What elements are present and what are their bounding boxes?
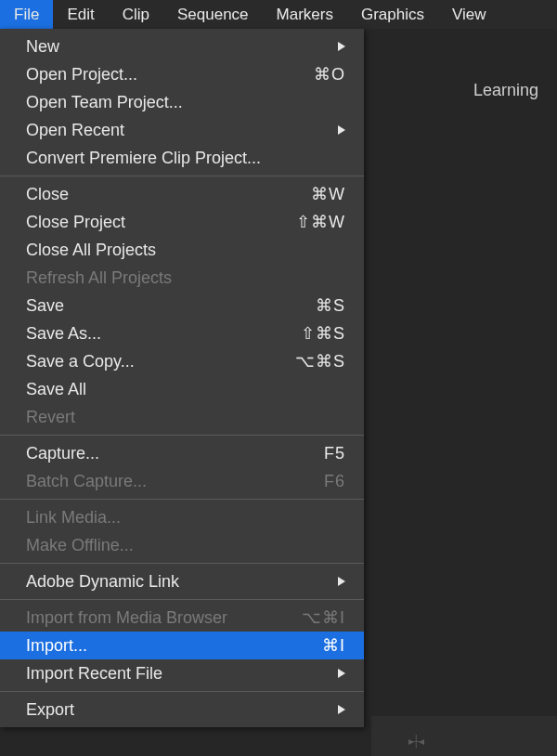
menu-item-make-offline: Make Offline... (0, 531, 364, 559)
playhead-icon: ▸┼◂ (408, 735, 422, 748)
menu-shortcut: ⇧⌘W (296, 212, 345, 232)
menubar-item-view[interactable]: View (438, 0, 500, 29)
menu-shortcut: ⌘I (322, 635, 345, 656)
menu-item-label: Close Project (26, 213, 296, 232)
chevron-right-icon (338, 577, 345, 586)
menu-item-label: Capture... (26, 444, 324, 463)
menu-item-label: New (26, 37, 338, 57)
menu-item-label: Import Recent File (26, 664, 338, 684)
menu-shortcut: F5 (324, 444, 345, 463)
menu-group: Link Media... Make Offline... (0, 500, 364, 564)
menubar: File Edit Clip Sequence Markers Graphics… (0, 0, 557, 29)
menu-item-import-recent-file[interactable]: Import Recent File (0, 659, 364, 687)
menu-item-label: Save All (26, 380, 345, 399)
menu-group: Adobe Dynamic Link (0, 564, 364, 600)
menu-item-label: Save (26, 296, 316, 316)
menu-item-save-all[interactable]: Save All (0, 375, 364, 403)
menu-item-label: Export (26, 700, 338, 720)
menu-item-capture[interactable]: Capture... F5 (0, 439, 364, 467)
menu-item-label: Open Recent (26, 121, 338, 140)
menu-group: Close ⌘W Close Project ⇧⌘W Close All Pro… (0, 176, 364, 436)
chevron-right-icon (338, 705, 345, 714)
menu-item-save[interactable]: Save ⌘S (0, 292, 364, 319)
menu-item-label: Batch Capture... (26, 472, 324, 491)
menu-shortcut: ⌥⌘I (302, 607, 345, 628)
menu-item-link-media: Link Media... (0, 503, 364, 531)
menu-shortcut: ⌘O (314, 64, 345, 85)
chevron-right-icon (338, 42, 345, 51)
menu-item-open-team-project[interactable]: Open Team Project... (0, 88, 364, 116)
timeline-area: ▸┼◂ (371, 716, 557, 756)
file-menu-dropdown: New Open Project... ⌘O Open Team Project… (0, 29, 364, 727)
menu-shortcut: ⌥⌘S (295, 351, 345, 371)
menu-shortcut: F6 (324, 472, 345, 491)
menu-item-export[interactable]: Export (0, 696, 364, 723)
menu-item-save-a-copy[interactable]: Save a Copy... ⌥⌘S (0, 347, 364, 375)
menu-group: Capture... F5 Batch Capture... F6 (0, 436, 364, 500)
menu-item-close-project[interactable]: Close Project ⇧⌘W (0, 208, 364, 236)
menu-item-close-all-projects[interactable]: Close All Projects (0, 236, 364, 264)
menu-item-label: Convert Premiere Clip Project... (26, 149, 345, 168)
menu-group: Import from Media Browser ⌥⌘I Import... … (0, 600, 364, 692)
menubar-item-sequence[interactable]: Sequence (163, 0, 263, 29)
menubar-item-markers[interactable]: Markers (263, 0, 347, 29)
menu-shortcut: ⌘S (316, 295, 345, 316)
menu-item-label: Open Project... (26, 65, 314, 85)
menu-item-save-as[interactable]: Save As... ⇧⌘S (0, 319, 364, 347)
menu-item-label: Link Media... (26, 508, 345, 528)
menu-item-label: Save a Copy... (26, 352, 295, 371)
menu-item-label: Revert (26, 408, 345, 427)
menu-item-import[interactable]: Import... ⌘I (0, 632, 364, 659)
menu-item-label: Close (26, 185, 311, 204)
chevron-right-icon (338, 669, 345, 678)
menu-item-label: Import from Media Browser (26, 608, 302, 628)
menu-item-new[interactable]: New (0, 33, 364, 60)
menubar-item-file[interactable]: File (0, 0, 53, 29)
menu-item-refresh-all-projects: Refresh All Projects (0, 264, 364, 292)
menu-item-label: Adobe Dynamic Link (26, 572, 338, 592)
panel-tab-learning[interactable]: Learning (455, 68, 557, 113)
menu-item-label: Open Team Project... (26, 93, 345, 112)
menubar-item-edit[interactable]: Edit (53, 0, 108, 29)
menu-group: Export (0, 692, 364, 727)
menu-shortcut: ⇧⌘S (301, 323, 345, 344)
menu-item-revert: Revert (0, 403, 364, 431)
menu-item-import-from-media-browser: Import from Media Browser ⌥⌘I (0, 604, 364, 632)
menubar-item-clip[interactable]: Clip (109, 0, 163, 29)
menu-item-open-project[interactable]: Open Project... ⌘O (0, 60, 364, 88)
menu-item-label: Close All Projects (26, 241, 345, 260)
menu-group: New Open Project... ⌘O Open Team Project… (0, 29, 364, 176)
menu-item-label: Refresh All Projects (26, 268, 345, 288)
menu-item-batch-capture: Batch Capture... F6 (0, 467, 364, 495)
menu-item-label: Save As... (26, 324, 301, 344)
menu-item-label: Import... (26, 636, 322, 656)
menu-item-label: Make Offline... (26, 536, 345, 555)
menubar-item-graphics[interactable]: Graphics (347, 0, 438, 29)
menu-item-adobe-dynamic-link[interactable]: Adobe Dynamic Link (0, 567, 364, 595)
menu-item-convert-premiere-clip[interactable]: Convert Premiere Clip Project... (0, 144, 364, 172)
menu-item-close[interactable]: Close ⌘W (0, 180, 364, 208)
chevron-right-icon (338, 125, 345, 135)
menu-item-open-recent[interactable]: Open Recent (0, 116, 364, 144)
menu-shortcut: ⌘W (311, 184, 345, 204)
